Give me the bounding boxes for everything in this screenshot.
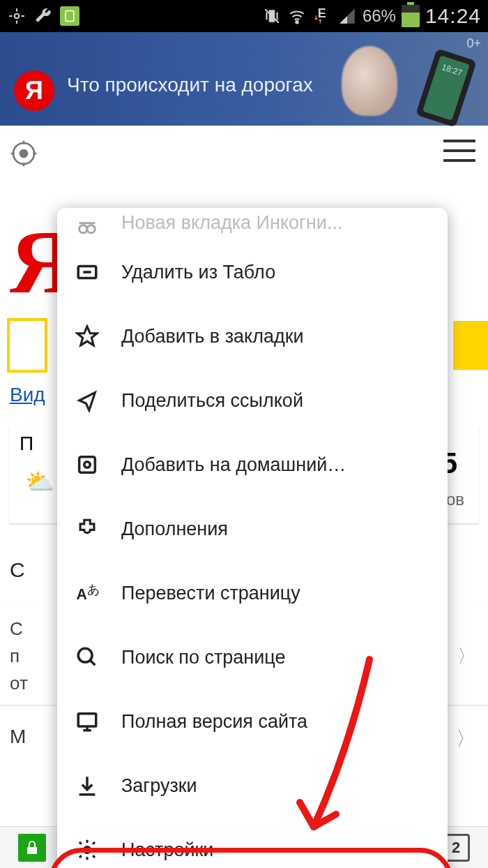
- share-icon: [74, 387, 100, 414]
- menu-item-star[interactable]: Добавить в закладки: [57, 304, 448, 368]
- section-m[interactable]: М 〉: [10, 726, 26, 748]
- menu-item-label: Добавить в закладки: [121, 326, 304, 347]
- age-badge: 0+: [466, 36, 481, 51]
- extensions-icon: [74, 516, 100, 542]
- location-icon[interactable]: [10, 140, 38, 167]
- menu-item-remove-tile[interactable]: Удалить из Табло: [57, 240, 448, 304]
- svg-rect-23: [79, 457, 96, 473]
- banner-phone: [415, 48, 477, 128]
- download-icon: [74, 772, 100, 799]
- search-button-right[interactable]: [453, 321, 488, 370]
- weather-card-text: П: [20, 433, 33, 455]
- video-link[interactable]: Вид: [10, 384, 45, 406]
- svg-rect-17: [27, 847, 37, 854]
- svg-point-0: [15, 14, 20, 19]
- menu-item-translate[interactable]: AあПеревести страницу: [57, 561, 448, 625]
- incognito-icon: [74, 213, 100, 239]
- svg-line-28: [90, 660, 95, 665]
- menu-item-label: Перевести страницу: [121, 583, 300, 604]
- menu-item-settings[interactable]: Настройки: [57, 818, 448, 868]
- translate-icon: Aあ: [74, 580, 100, 606]
- add-home-icon: [74, 451, 100, 478]
- browser-context-menu: Новая вкладка Инкогни...Удалить из Табло…: [57, 208, 448, 868]
- section-m-label: М: [10, 726, 26, 747]
- browser-banner[interactable]: 0+ Я Что происходит на дорогах: [0, 32, 488, 126]
- weather-unit: ов: [446, 490, 464, 509]
- lock-icon[interactable]: [18, 834, 46, 862]
- yandex-logo-letter: Я: [25, 76, 43, 105]
- svg-point-24: [84, 462, 91, 468]
- sun-icon: ⛅: [25, 467, 54, 495]
- banner-face: [342, 46, 397, 116]
- svg-point-12: [20, 150, 27, 157]
- svg-point-18: [79, 225, 87, 233]
- find-on-page-icon: [74, 644, 100, 671]
- svg-text:あ: あ: [87, 582, 99, 597]
- settings-icon: [74, 837, 100, 863]
- svg-rect-29: [78, 714, 96, 726]
- menu-item-share[interactable]: Поделиться ссылкой: [57, 368, 448, 433]
- battery-percent: 66%: [363, 6, 396, 26]
- svg-rect-5: [66, 11, 74, 22]
- wifi-icon: [287, 6, 307, 26]
- svg-point-10: [296, 21, 298, 23]
- menu-item-find-on-page[interactable]: Поиск по странице: [57, 625, 448, 689]
- svg-marker-22: [77, 327, 97, 345]
- svg-point-19: [87, 225, 95, 233]
- menu-item-add-home[interactable]: Добавить на домашний…: [57, 433, 448, 497]
- menu-item-label: Поиск по странице: [121, 647, 286, 668]
- svg-point-33: [84, 846, 90, 853]
- menu-item-label: Удалить из Табло: [121, 262, 275, 283]
- menu-item-desktop[interactable]: Полная версия сайта: [57, 689, 448, 754]
- gps-icon: [7, 6, 26, 26]
- menu-item-label: Поделиться ссылкой: [121, 390, 303, 412]
- menu-item-incognito[interactable]: Новая вкладка Инкогни...: [57, 211, 448, 240]
- menu-item-label: Загрузки: [121, 775, 197, 797]
- menu-item-label: Дополнения: [121, 518, 228, 540]
- data-icon: E: [312, 3, 332, 23]
- vibrate-icon: [262, 6, 282, 26]
- status-right-icons: E 66% 14:24: [262, 4, 481, 28]
- menu-item-label: Новая вкладка Инкогни...: [121, 212, 342, 234]
- desktop-icon: [74, 708, 100, 735]
- yandex-logo[interactable]: Я: [14, 70, 54, 111]
- wrench-icon: [33, 6, 53, 26]
- menu-item-download[interactable]: Загрузки: [57, 754, 448, 818]
- battery-icon: [402, 5, 420, 27]
- menu-item-label: Добавить на домашний…: [121, 454, 346, 476]
- hamburger-menu-button[interactable]: [443, 140, 475, 162]
- menu-item-label: Полная версия сайта: [121, 711, 307, 733]
- status-left-icons: [7, 6, 79, 26]
- chevron-right-icon: 〉: [457, 643, 475, 670]
- svg-text:A: A: [76, 586, 86, 603]
- menu-item-label: Настройки: [121, 839, 213, 861]
- svg-point-27: [78, 648, 92, 662]
- tab-count-label: 2: [452, 839, 460, 857]
- menu-item-extensions[interactable]: Дополнения: [57, 497, 448, 561]
- page-content: Я Вид П ⛅ 5 ов С С п от 〉 М 〉 2 Новая вк…: [0, 126, 488, 868]
- app-green-icon: [60, 6, 79, 26]
- banner-title: Что происходит на дорогах: [67, 74, 313, 96]
- signal-icon: [337, 6, 357, 26]
- chevron-right-icon: 〉: [456, 726, 475, 752]
- star-icon: [74, 323, 100, 350]
- clock: 14:24: [425, 4, 481, 28]
- remove-tile-icon: [74, 259, 100, 285]
- status-bar: E 66% 14:24: [0, 0, 488, 32]
- search-box-left[interactable]: [10, 321, 45, 370]
